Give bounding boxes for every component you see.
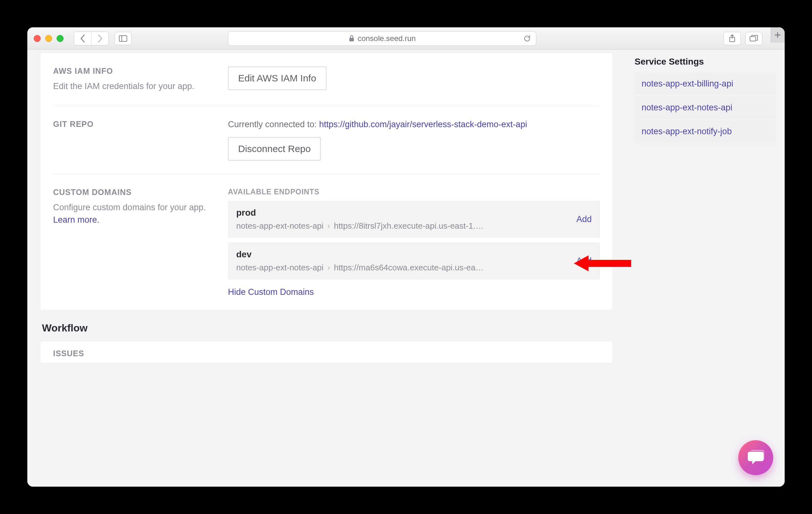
address-bar[interactable]: console.seed.run [228,31,536,46]
url-text: console.seed.run [358,34,416,43]
endpoint-service: notes-app-ext-notes-api [236,263,324,273]
domains-title: CUSTOM DOMAINS [53,188,219,197]
section-custom-domains: CUSTOM DOMAINS Configure custom domains … [40,174,613,300]
domains-desc: Configure custom domains for your app. [53,203,206,212]
forward-button[interactable] [91,32,109,45]
traffic-lights [34,35,64,42]
tabs-icon [750,35,758,42]
git-connected-prefix: Currently connected to: [228,120,319,129]
chat-icon [747,450,764,466]
lock-icon [349,35,354,42]
sidebar-item-notes-api[interactable]: notes-app-ext-notes-api [635,96,776,119]
domains-learn-more-link[interactable]: Learn more. [53,215,99,225]
add-domain-button-dev[interactable]: Add [576,256,592,266]
endpoint-service: notes-app-ext-notes-api [236,221,324,231]
svg-rect-2 [349,38,354,41]
hide-custom-domains-link[interactable]: Hide Custom Domains [228,287,314,297]
share-button[interactable] [724,32,741,45]
iam-desc: Edit the IAM credentials for your app. [53,80,219,92]
new-tab-button[interactable] [771,27,785,42]
svg-rect-4 [750,36,756,41]
endpoint-url: https://ma6s64cowa.execute-api.us-ea… [334,263,484,273]
endpoint-url: https://8itrsl7jxh.execute-api.us-east-1… [334,221,484,231]
sidebar-icon [119,35,127,42]
plus-icon [775,32,781,38]
issues-title: ISSUES [53,349,600,358]
close-window-button[interactable] [34,35,41,42]
disconnect-repo-button[interactable]: Disconnect Repo [228,137,321,161]
endpoint-row-dev: dev notes-app-ext-notes-api › https://ma… [228,242,600,280]
sidebar-toggle-button[interactable] [114,32,132,45]
edit-iam-button[interactable]: Edit AWS IAM Info [228,66,326,90]
settings-card: AWS IAM INFO Edit the IAM credentials fo… [40,53,613,310]
chevron-right-icon [97,34,103,42]
reload-button[interactable] [523,35,531,42]
workflow-heading: Workflow [42,322,613,334]
iam-title: AWS IAM INFO [53,66,219,76]
endpoint-name: prod [236,208,569,218]
reload-icon [523,35,531,42]
chevron-left-icon [80,34,86,42]
browser-titlebar: console.seed.run [27,27,785,50]
svg-rect-0 [119,36,127,41]
chat-launcher-button[interactable] [738,440,773,475]
sidebar-item-notify-job[interactable]: notes-app-ext-notify-job [635,120,776,143]
available-endpoints-title: AVAILABLE ENDPOINTS [228,188,600,196]
back-button[interactable] [74,32,91,45]
section-iam: AWS IAM INFO Edit the IAM credentials fo… [40,53,613,106]
sidebar-item-billing-api[interactable]: notes-app-ext-billing-api [635,73,776,95]
workflow-card: ISSUES [40,341,613,363]
add-domain-button-prod[interactable]: Add [576,215,592,224]
zoom-window-button[interactable] [57,35,64,42]
share-icon [729,34,736,42]
git-repo-link[interactable]: https://github.com/jayair/serverless-sta… [319,120,527,129]
minimize-window-button[interactable] [45,35,52,42]
nav-buttons [74,31,109,46]
service-settings-sidebar: Service Settings notes-app-ext-billing-a… [626,50,785,487]
page-body: AWS IAM INFO Edit the IAM credentials fo… [27,50,785,487]
git-title: GIT REPO [53,120,219,129]
chevron-right-icon: › [327,263,330,273]
chevron-right-icon: › [327,221,330,231]
tabs-button[interactable] [745,32,762,45]
endpoint-name: dev [236,249,569,260]
section-git: GIT REPO Currently connected to: https:/… [40,106,613,174]
endpoint-row-prod: prod notes-app-ext-notes-api › https://8… [228,201,600,238]
safari-window: console.seed.run [27,27,785,487]
sidebar-title: Service Settings [635,57,776,67]
